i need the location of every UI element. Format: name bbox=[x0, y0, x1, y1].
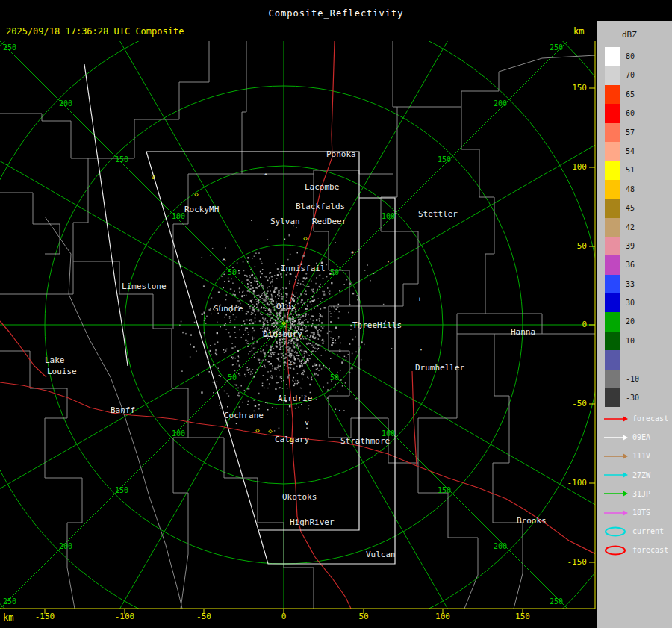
colorbar-entry: 45 bbox=[605, 199, 639, 217]
colorbar-swatch bbox=[605, 293, 620, 312]
legend-item: 09EA bbox=[603, 428, 672, 447]
colorbar-swatch bbox=[605, 123, 620, 142]
colorbar-entry: -10 bbox=[605, 370, 639, 388]
title-bar: Composite_Reflectivity bbox=[0, 5, 672, 19]
legend-label: forecast bbox=[632, 546, 668, 554]
colorbar-swatch bbox=[605, 218, 620, 237]
colorbar-entry: 36 bbox=[605, 255, 639, 274]
legend-label: 27ZW bbox=[632, 471, 650, 479]
radar-coverage-outline bbox=[146, 152, 359, 530]
legend-label: 09EA bbox=[632, 433, 650, 441]
legend-arrow-icon bbox=[603, 451, 629, 461]
colorbar-value: 42 bbox=[626, 218, 635, 237]
colorbar-value: -10 bbox=[626, 370, 639, 388]
colorbar-entry bbox=[605, 350, 639, 369]
legend-item: 27ZW bbox=[603, 466, 672, 485]
colorbar-swatch bbox=[605, 332, 620, 350]
colorbar-entry: 10 bbox=[605, 332, 639, 350]
colorbar-entry: 42 bbox=[605, 218, 639, 237]
colorbar-swatch bbox=[605, 350, 620, 369]
legend-item: 31JP bbox=[603, 485, 672, 503]
colorbar-entry: 80 bbox=[605, 47, 639, 66]
colorbar-swatch bbox=[605, 104, 620, 122]
legend-arrow-icon bbox=[603, 414, 629, 424]
colorbar-value: 33 bbox=[626, 275, 635, 293]
legend-item: 111V bbox=[603, 447, 672, 465]
legend-item: 18TS bbox=[603, 503, 672, 522]
legend-arrow-icon bbox=[603, 488, 629, 499]
distance-axes bbox=[0, 41, 595, 614]
legend-label: 18TS bbox=[632, 509, 650, 517]
colorbar-swatch bbox=[605, 255, 620, 274]
colorbar-swatch bbox=[605, 275, 620, 293]
colorbar-entry: 30 bbox=[605, 293, 639, 312]
highway-line bbox=[0, 382, 292, 438]
colorbar-swatch bbox=[605, 161, 620, 179]
window-title: Composite_Reflectivity bbox=[263, 8, 410, 19]
colorbar-value: 80 bbox=[626, 47, 635, 66]
km-unit-bottom: km bbox=[3, 612, 13, 623]
municipal-boundary bbox=[329, 418, 478, 609]
municipal-boundary bbox=[0, 193, 60, 254]
colorbar-swatch bbox=[605, 388, 620, 407]
colorbar-value: -30 bbox=[626, 388, 639, 407]
colorbar-entry: 33 bbox=[605, 275, 639, 293]
colorbar-entry: 65 bbox=[605, 85, 639, 104]
colorbar-value: 70 bbox=[626, 66, 635, 84]
colorbar-value: 30 bbox=[626, 293, 635, 312]
radar-coverage-outline bbox=[84, 64, 128, 366]
map-layers bbox=[0, 0, 596, 628]
radar-coverage-outline bbox=[258, 198, 395, 564]
colorbar-swatch bbox=[605, 370, 620, 388]
colorbar-swatch bbox=[605, 47, 620, 66]
colorbar: 80706560575451484542393633302010-10-30 bbox=[605, 47, 639, 407]
municipal-boundary bbox=[242, 41, 393, 174]
legend-item: forecast bbox=[603, 541, 672, 559]
colorbar-value: 51 bbox=[626, 161, 635, 179]
colorbar-entry: 39 bbox=[605, 237, 639, 255]
radar-app-window: Composite_Reflectivity 2025/09/18 17:36:… bbox=[0, 0, 672, 628]
legend-ellipse-icon bbox=[603, 545, 629, 556]
colorbar-entry: 57 bbox=[605, 123, 639, 142]
municipal-boundary bbox=[485, 314, 542, 334]
municipal-boundary bbox=[173, 174, 242, 329]
legend-arrow-icon bbox=[603, 470, 629, 480]
municipal-boundary bbox=[349, 231, 418, 306]
colorbar-value: 65 bbox=[626, 85, 635, 104]
colorbar-entry: 48 bbox=[605, 180, 639, 199]
legend-label: forecast bbox=[632, 414, 668, 423]
colorbar-value: 57 bbox=[626, 123, 635, 142]
colorbar-value: 36 bbox=[626, 255, 635, 274]
municipal-boundary bbox=[88, 41, 209, 158]
colorbar-entry: 70 bbox=[605, 66, 639, 84]
colorbar-entry: 51 bbox=[605, 161, 639, 179]
legend-arrow-icon bbox=[603, 432, 629, 443]
colorbar-swatch bbox=[605, 85, 620, 104]
legend-ellipse-icon bbox=[603, 526, 629, 537]
legend-label: 111V bbox=[632, 452, 650, 460]
colorbar-value: 10 bbox=[626, 332, 635, 350]
legend-label: current bbox=[632, 527, 664, 535]
colorbar-swatch bbox=[605, 142, 620, 161]
colorbar-swatch bbox=[605, 180, 620, 199]
colorbar-value: 54 bbox=[626, 142, 635, 161]
colorbar-entry: 60 bbox=[605, 104, 639, 122]
colorbar-swatch bbox=[605, 66, 620, 84]
sidebar: dBZ 80706560575451484542393633302010-10-… bbox=[597, 21, 672, 628]
municipal-boundary bbox=[493, 334, 523, 609]
colorbar-swatch bbox=[605, 199, 620, 217]
municipal-boundary bbox=[418, 334, 457, 463]
municipal-boundary bbox=[172, 329, 188, 609]
legend-label: 31JP bbox=[632, 490, 650, 498]
colorbar-entry: 54 bbox=[605, 142, 639, 161]
municipal-boundary bbox=[457, 107, 596, 334]
legend-arrow-icon bbox=[603, 508, 629, 518]
radar-map[interactable] bbox=[0, 0, 596, 628]
colorbar-entry: -30 bbox=[605, 388, 639, 407]
highway-line bbox=[292, 438, 596, 554]
colorbar-value: 60 bbox=[626, 104, 635, 122]
municipal-boundary bbox=[397, 55, 596, 107]
colorbar-value: 48 bbox=[626, 180, 635, 199]
colorbar-value: 20 bbox=[626, 312, 635, 331]
municipal-boundary bbox=[73, 261, 172, 329]
